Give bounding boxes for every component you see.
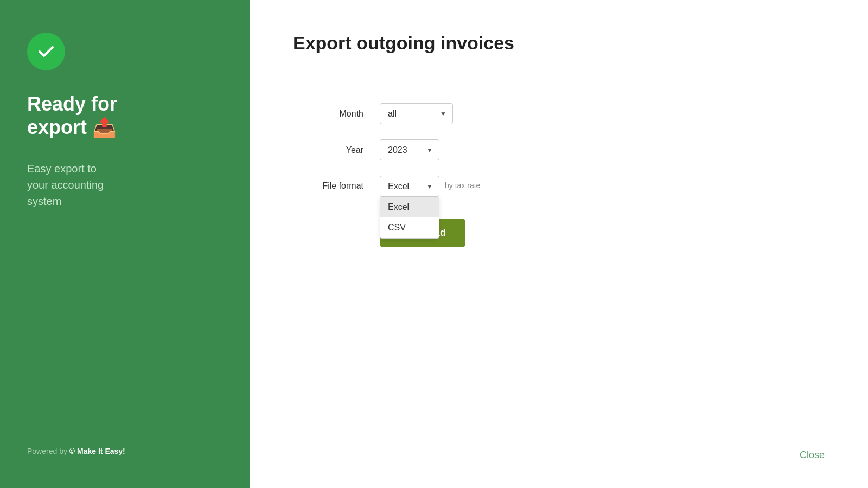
brand-name: © Make It Easy!	[69, 447, 125, 455]
format-option-csv[interactable]: CSV	[380, 217, 439, 238]
year-select-wrapper: 2021 2022 2023 2024 ▼	[380, 139, 439, 160]
month-select-wrapper: all January February March April May Jun…	[380, 103, 453, 124]
by-tax-rate-label: by tax rate	[445, 176, 480, 190]
form-section: Month all January February March April M…	[250, 70, 868, 280]
month-select[interactable]: all January February March April May Jun…	[380, 103, 453, 124]
export-emoji-icon: 📤	[92, 116, 117, 138]
year-label: Year	[293, 145, 363, 155]
format-dropdown-menu: Excel CSV	[380, 197, 439, 239]
format-dropdown-container: Excel CSV ▼ Excel CSV	[380, 176, 439, 197]
download-button-row: Download	[293, 213, 825, 247]
close-link[interactable]: Close	[800, 450, 825, 461]
format-select[interactable]: Excel CSV	[380, 176, 439, 197]
format-label: File format	[293, 176, 363, 191]
format-option-excel[interactable]: Excel	[380, 197, 439, 217]
check-circle-icon	[27, 33, 65, 70]
month-label: Month	[293, 109, 363, 119]
page-title: Export outgoing invoices	[293, 33, 825, 54]
sidebar-title-line1: Ready for	[27, 93, 117, 115]
sidebar-description: Easy export to your accounting system	[27, 160, 222, 209]
sidebar-title-line2: export	[27, 116, 87, 138]
format-row: File format Excel CSV ▼ Excel CSV by tax…	[293, 176, 825, 197]
sidebar: Ready for export 📤 Easy export to your a…	[0, 0, 250, 488]
year-select[interactable]: 2021 2022 2023 2024	[380, 139, 439, 160]
month-row: Month all January February March April M…	[293, 103, 825, 124]
format-select-wrapper: Excel CSV ▼	[380, 176, 439, 197]
page-header: Export outgoing invoices	[250, 0, 868, 70]
main-content: Export outgoing invoices Month all Janua…	[250, 0, 868, 488]
powered-by: Powered by © Make It Easy!	[27, 447, 222, 455]
year-row: Year 2021 2022 2023 2024 ▼	[293, 139, 825, 160]
sidebar-title: Ready for export 📤	[27, 92, 222, 139]
